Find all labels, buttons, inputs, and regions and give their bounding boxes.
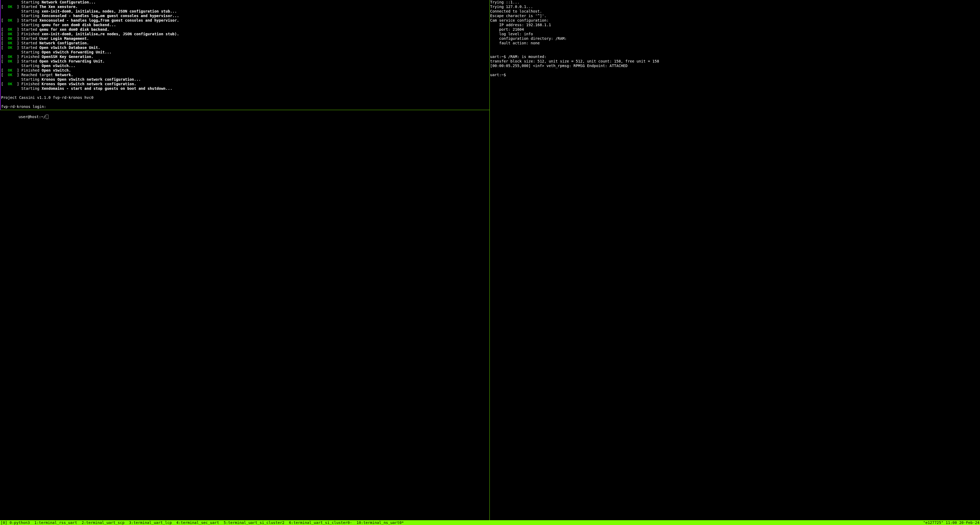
boot-log-line: Starting xen-init-dom0, initialise… node… — [1, 9, 489, 14]
boot-log-line: [ OK ] Finished xen-init-dom0, initialis… — [1, 32, 489, 36]
uart-log-line: [00:00:05.255,000] <inf> veth_rpmsg: RPM… — [490, 63, 980, 68]
boot-log-pane[interactable]: Starting Network Configuration...[ OK ] … — [0, 0, 490, 110]
tmux-status-bar[interactable]: [0] 0:python3 1:terminal_rss_uart 2:term… — [0, 520, 980, 525]
boot-log-line: [ OK ] Finished OpenSSH Key Generation. — [1, 54, 489, 59]
uart-log-line: IP address: 192.168.1.1 — [490, 23, 980, 27]
uart-log-line: transfer block size: 512, unit size = 51… — [490, 59, 980, 63]
uart-log-line: uart:~$ — [490, 73, 980, 77]
boot-log-line: Starting Open vSwitch Forwarding Unit... — [1, 50, 489, 54]
shell-prompt: user@host:~/ — [18, 115, 45, 119]
boot-log-line: [ OK ] Started The Xen xenstore. — [1, 5, 489, 9]
boot-log-line — [1, 100, 489, 105]
boot-log-line: [ OK ] Started Open vSwitch Database Uni… — [1, 45, 489, 50]
cursor-icon — [46, 115, 48, 119]
boot-log-line: fvp-rd-kronos login: — [1, 105, 489, 109]
boot-log-line: Starting qemu for xen dom0 disk backend.… — [1, 23, 489, 27]
panes-container: Starting Network Configuration...[ OK ] … — [0, 0, 980, 520]
boot-log-line: [ OK ] Finished Kronos Open vSwitch netw… — [1, 82, 489, 86]
boot-log-line: [ OK ] Started qemu for xen dom0 disk ba… — [1, 27, 489, 32]
uart-log-line: fault action: none — [490, 41, 980, 45]
boot-log-line: [ OK ] Finished Open vSwitch. — [1, 68, 489, 73]
boot-log-line — [1, 109, 489, 110]
uart-log-line — [490, 50, 980, 54]
uart-log-line: Escape character is '^]'. — [490, 14, 980, 18]
tmux-screen: Starting Network Configuration...[ OK ] … — [0, 0, 980, 525]
boot-log-line: [ OK ] Started Xenconsoled - handles log… — [1, 18, 489, 23]
boot-log-line: Starting Xenconsoled - handles log…om gu… — [1, 14, 489, 18]
uart-log-line: Connected to localhost. — [490, 9, 980, 14]
boot-log-line: Starting Xendomains - start and stop gue… — [1, 86, 489, 91]
uart-log-line — [490, 68, 980, 73]
uart-pane[interactable]: Trying ::1...Trying 127.0.0.1...Connecte… — [490, 0, 980, 520]
uart-log-line: configuration directory: /RAM: — [490, 36, 980, 41]
boot-log-line: [ OK ] Reached target Network. — [1, 73, 489, 77]
uart-log-line: uart:~$ /RAM: is mounted: — [490, 54, 980, 59]
status-right: "e127725" 11:00 20-Feb-24 — [923, 520, 980, 525]
uart-log-line: Trying 127.0.0.1... — [490, 5, 980, 9]
left-column: Starting Network Configuration...[ OK ] … — [0, 0, 490, 520]
boot-log-line: Starting Network Configuration... — [1, 0, 489, 5]
boot-log-line: [ OK ] Started Open vSwitch Forwarding U… — [1, 59, 489, 63]
boot-log-line: Starting Open vSwitch... — [1, 63, 489, 68]
uart-log-line: log level: info — [490, 32, 980, 36]
boot-log-line: [ OK ] Started User Login Management. — [1, 36, 489, 41]
shell-pane[interactable]: user@host:~/ — [0, 110, 490, 520]
uart-log-line: port: 21604 — [490, 27, 980, 32]
uart-log-line — [490, 45, 980, 50]
boot-log-line: Project Cassini v1.1.0 fvp-rd-kronos hvc… — [1, 95, 489, 100]
boot-log-line: [ OK ] Started Network Configuration. — [1, 41, 489, 45]
uart-log-line: Cam service configuration: — [490, 18, 980, 23]
status-left[interactable]: [0] 0:python3 1:terminal_rss_uart 2:term… — [0, 520, 404, 525]
uart-log-line: Trying ::1... — [490, 0, 980, 5]
boot-log-line: Starting Kronos Open vSwitch network con… — [1, 77, 489, 82]
boot-log-line — [1, 91, 489, 95]
